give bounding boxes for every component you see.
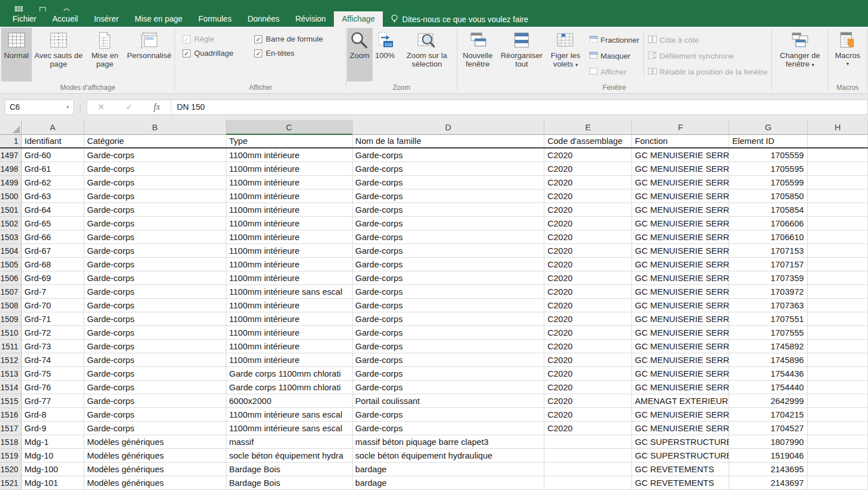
cell-f1498[interactable]: GC MENUISERIE SERRU — [632, 162, 729, 176]
cell-d1508[interactable]: Garde-corps — [353, 299, 545, 312]
cell-f1497[interactable]: GC MENUISERIE SERRU — [632, 148, 729, 162]
cell-e1518[interactable] — [544, 435, 632, 449]
cell-b1508[interactable]: Garde-corps — [84, 299, 226, 312]
cell-b1520[interactable]: Modèles génériques — [84, 463, 226, 476]
cell-d1500[interactable]: Garde-corps — [353, 189, 545, 203]
row-header-1498[interactable]: 1498 — [0, 162, 22, 176]
cell-e1499[interactable]: C2020 — [544, 176, 632, 189]
cancel-icon[interactable]: ✕ — [97, 102, 105, 112]
cell-d1519[interactable]: socle béton équipement hydraulique — [353, 449, 545, 463]
tab-revision[interactable]: Révision — [287, 11, 334, 27]
cell-c1513[interactable]: Garde corps 1100mm chlorati — [226, 367, 353, 381]
cell-c1511[interactable]: 1100mm intérieure — [226, 340, 353, 353]
cell-e1505[interactable]: C2020 — [544, 258, 632, 271]
tab-donnees[interactable]: Données — [239, 11, 287, 27]
cell-e1497[interactable]: C2020 — [544, 148, 632, 162]
cell-e1515[interactable]: C2020 — [544, 394, 632, 408]
cell-e1508[interactable]: C2020 — [544, 299, 632, 312]
cell-h1503[interactable] — [808, 230, 868, 244]
cell-e1517[interactable]: C2020 — [544, 422, 632, 435]
switch-windows-button[interactable]: Changer de fenêtre ▾ — [772, 28, 827, 81]
row-header-1499[interactable]: 1499 — [0, 176, 22, 189]
cell-a1511[interactable]: Grd-73 — [22, 340, 84, 353]
cell-g1505[interactable]: 1707157 — [729, 258, 808, 271]
custom-views-button[interactable]: Personnalisé — [124, 28, 174, 81]
column-header-d[interactable]: D — [353, 120, 545, 135]
cell-f1519[interactable]: GC SUPERSTRUCTURE — [632, 449, 729, 463]
cell-f1500[interactable]: GC MENUISERIE SERRU — [632, 189, 729, 203]
cell-h1521[interactable] — [808, 476, 868, 490]
cell-b1505[interactable]: Garde-corps — [84, 258, 226, 271]
cell-b1501[interactable]: Garde-corps — [84, 203, 226, 217]
cell-d1515[interactable]: Portail coulissant — [353, 394, 545, 408]
cell-a1503[interactable]: Grd-66 — [22, 230, 84, 244]
column-header-f[interactable]: F — [632, 120, 729, 135]
formula-bar-handle[interactable]: ⋮ — [74, 103, 86, 112]
cell-h1515[interactable] — [808, 394, 868, 408]
cell-g1504[interactable]: 1707153 — [729, 244, 808, 258]
cell-g1499[interactable]: 1705599 — [729, 176, 808, 189]
cell-h1510[interactable] — [808, 326, 868, 340]
tab-affichage[interactable]: Affichage — [334, 11, 383, 27]
zoom-to-selection-button[interactable]: Zoom sur la sélection — [398, 28, 456, 81]
cell-g1498[interactable]: 1705595 — [729, 162, 808, 176]
cell-b1500[interactable]: Garde-corps — [84, 189, 226, 203]
fractionner-button[interactable]: Fractionner — [586, 32, 643, 48]
cell-d1518[interactable]: massif béton piquage barre clapet3 — [353, 435, 545, 449]
cell-d1505[interactable]: Garde-corps — [353, 258, 545, 271]
row-header-1502[interactable]: 1502 — [0, 217, 22, 230]
cell-f1516[interactable]: GC MENUISERIE SERRU — [632, 408, 729, 422]
cell-g1519[interactable]: 1519046 — [729, 449, 808, 463]
cell-b1[interactable]: Catégorie — [84, 135, 226, 147]
row-header-1515[interactable]: 1515 — [0, 394, 22, 408]
cell-e1516[interactable]: C2020 — [544, 408, 632, 422]
cell-b1514[interactable]: Garde-corps — [84, 381, 226, 394]
cell-h1500[interactable] — [808, 189, 868, 203]
cell-c1507[interactable]: 1100mm intérieure sans escal — [226, 285, 353, 299]
cell-d1510[interactable]: Garde-corps — [353, 326, 545, 340]
cell-f1518[interactable]: GC SUPERSTRUCTURE — [632, 435, 729, 449]
cell-c1515[interactable]: 6000x2000 — [226, 394, 353, 408]
cell-b1498[interactable]: Garde-corps — [84, 162, 226, 176]
cell-g1509[interactable]: 1707551 — [729, 312, 808, 326]
cell-b1517[interactable]: Garde-corps — [84, 422, 226, 435]
cell-h1497[interactable] — [808, 148, 868, 162]
cell-g1502[interactable]: 1706606 — [729, 217, 808, 230]
cell-e1521[interactable] — [544, 476, 632, 490]
cell-c1514[interactable]: Garde corps 1100mm chlorati — [226, 381, 353, 394]
cell-e1503[interactable]: C2020 — [544, 230, 632, 244]
cell-a1505[interactable]: Grd-68 — [22, 258, 84, 271]
cell-e1506[interactable]: C2020 — [544, 271, 632, 285]
cell-d1504[interactable]: Garde-corps — [353, 244, 545, 258]
cell-a1508[interactable]: Grd-70 — [22, 299, 84, 312]
checkbox-quadrillage[interactable]: ✓Quadrillage — [183, 49, 250, 57]
cell-g1511[interactable]: 1745892 — [729, 340, 808, 353]
tab-fichier[interactable]: Fichier — [5, 11, 44, 27]
cell-c1512[interactable]: 1100mm intérieure — [226, 353, 353, 367]
row-header-1514[interactable]: 1514 — [0, 381, 22, 394]
page-layout-button[interactable]: Mise en page — [85, 28, 124, 81]
cell-f1505[interactable]: GC MENUISERIE SERRU — [632, 258, 729, 271]
cell-d1499[interactable]: Garde-corps — [353, 176, 545, 189]
cell-d1514[interactable]: Garde-corps — [353, 381, 545, 394]
enter-icon[interactable]: ✓ — [126, 102, 133, 112]
cell-b1512[interactable]: Garde-corps — [84, 353, 226, 367]
cell-f1511[interactable]: GC MENUISERIE SERRU — [632, 340, 729, 353]
cell-g1516[interactable]: 1704215 — [729, 408, 808, 422]
cell-a1521[interactable]: Mdg-101 — [22, 476, 84, 490]
cell-d1513[interactable]: Garde-corps — [353, 367, 545, 381]
column-header-e[interactable]: E — [544, 120, 632, 135]
cell-h1505[interactable] — [808, 258, 868, 271]
tell-me-box[interactable]: Dites-nous ce que vous voulez faire — [391, 11, 528, 27]
cell-b1504[interactable]: Garde-corps — [84, 244, 226, 258]
cell-g1497[interactable]: 1705559 — [729, 148, 808, 162]
cell-h1516[interactable] — [808, 408, 868, 422]
cell-g1518[interactable]: 1807990 — [729, 435, 808, 449]
cell-f1501[interactable]: GC MENUISERIE SERRU — [632, 203, 729, 217]
cell-b1503[interactable]: Garde-corps — [84, 230, 226, 244]
row-header-1516[interactable]: 1516 — [0, 408, 22, 422]
cell-f1513[interactable]: GC MENUISERIE SERRU — [632, 367, 729, 381]
checkbox-barre-de-formule[interactable]: ✓Barre de formule — [254, 35, 340, 43]
cell-c1517[interactable]: 1100mm intérieure sans escal — [226, 422, 353, 435]
cell-g1506[interactable]: 1707359 — [729, 271, 808, 285]
